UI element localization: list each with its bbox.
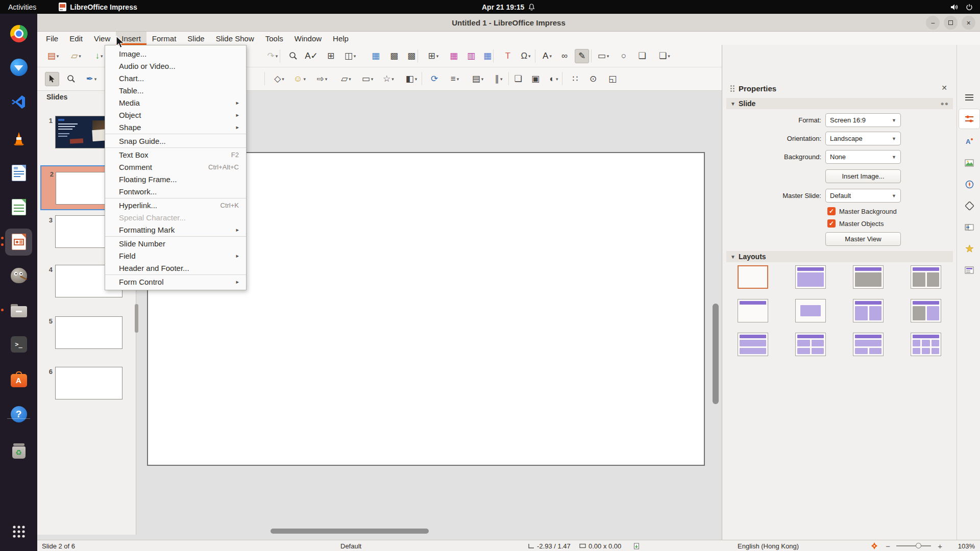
menu-item-comment[interactable]: CommentCtrl+Alt+C (105, 161, 246, 173)
sidebar-close-icon[interactable]: ✕ (941, 84, 947, 92)
zoom-in-button[interactable]: + (938, 540, 942, 551)
fill-color-icon[interactable]: ✒▾ (84, 72, 99, 86)
save-icon[interactable]: ↓▾ (92, 49, 106, 63)
properties-deck-header[interactable]: Properties (730, 84, 776, 93)
duplicate-slide-icon[interactable]: ▩ (404, 49, 419, 63)
dock-item-calc[interactable] (5, 194, 32, 221)
dock-item-chrome[interactable] (5, 20, 32, 47)
master-background-checkbox[interactable]: ✓Master Background (827, 207, 897, 215)
orientation-dropdown[interactable]: Landscape▼ (825, 132, 901, 145)
sidebar-tab-gallery[interactable] (959, 153, 979, 172)
menu-item-text-box[interactable]: Text BoxF2 (105, 148, 246, 161)
crop-icon[interactable]: ▣ (528, 72, 543, 86)
image-filter-icon[interactable]: ◐▾ (547, 72, 561, 86)
freeform-line-icon[interactable]: ✎ (575, 49, 589, 63)
insert-media-icon[interactable]: ▥ (464, 49, 478, 63)
dock-item-thunderbird[interactable] (5, 54, 32, 81)
menu-item-media[interactable]: Media▸ (105, 96, 246, 109)
ellipse-icon[interactable]: ○ (617, 49, 631, 63)
menu-item-table[interactable]: Table... (105, 84, 246, 96)
zoom-slider-track[interactable] (896, 545, 931, 546)
insert-image-button[interactable]: Insert Image... (825, 169, 901, 183)
callout-shapes-icon[interactable]: ▭▾ (360, 72, 375, 86)
topbar-system-tray[interactable] (950, 0, 973, 14)
layout-option-title-content-2[interactable] (853, 265, 884, 289)
menubar-item-file[interactable]: File (40, 32, 64, 45)
topbar-clock[interactable]: Apr 21 19:15 (482, 0, 535, 14)
menu-item-chart[interactable]: Chart... (105, 72, 246, 84)
extrusion-icon[interactable]: ◱ (605, 72, 620, 86)
shadow-toggle-icon[interactable]: ❏ (511, 72, 525, 86)
master-objects-checkbox[interactable]: ✓Master Objects (827, 219, 884, 228)
dock-item-gimp[interactable] (5, 262, 32, 289)
sidebar-tab-properties[interactable] (959, 109, 979, 129)
dock-item-terminal[interactable]: >_ (5, 331, 32, 358)
symbol-shapes-icon[interactable]: ☺▾ (292, 72, 307, 86)
rectangle-icon[interactable]: ▭▾ (596, 49, 610, 63)
menu-item-hyperlink[interactable]: Hyperlink...Ctrl+K (105, 199, 246, 211)
new-presentation-icon[interactable]: ▤▾ (46, 49, 60, 63)
start-slideshow-icon[interactable]: ▦ (369, 49, 383, 63)
menu-item-slide-number[interactable]: Slide Number (105, 237, 246, 249)
language-status[interactable]: English (Hong Kong) (707, 540, 829, 551)
dock-item-vlc[interactable] (5, 126, 32, 153)
basic-shapes-icon[interactable]: ◇▾ (272, 72, 286, 86)
sidebar-tab-styles[interactable]: A (959, 132, 979, 151)
menu-item-fontwork[interactable]: Fontwork... (105, 185, 246, 197)
zoom-out-button[interactable]: − (886, 540, 890, 551)
insert-image-icon[interactable]: ▦ (447, 49, 461, 63)
dock-item-trash[interactable]: ♻ (5, 438, 32, 465)
menubar-item-tools[interactable]: Tools (260, 32, 289, 45)
menu-item-header-and-footer[interactable]: Header and Footer... (105, 262, 246, 274)
zoom-slider[interactable] (896, 540, 931, 551)
menu-item-form-control[interactable]: Form Control▸ (105, 276, 246, 288)
section-more-icon[interactable]: ●● (941, 100, 949, 107)
menu-item-formatting-mark[interactable]: Formatting Mark▸ (105, 223, 246, 236)
sidebar-tab-slide-transition[interactable] (959, 217, 979, 237)
vertical-scrollbar[interactable] (713, 304, 719, 404)
layout-option-blank[interactable] (738, 265, 768, 289)
hyperlink-icon[interactable]: ∞ (557, 49, 572, 63)
format-dropdown[interactable]: Screen 16:9▼ (825, 113, 901, 127)
menubar-item-edit[interactable]: Edit (64, 32, 88, 45)
layouts-section-header[interactable]: ▼ Layouts (726, 251, 953, 262)
sidebar-tab-sidebar-menu[interactable] (959, 88, 979, 107)
spelling-icon[interactable]: A✓ (304, 49, 318, 63)
fontwork-icon[interactable]: A▾ (540, 49, 554, 63)
document-modified-status[interactable] (633, 540, 640, 551)
glue-points-icon[interactable]: ⊙ (586, 72, 600, 86)
zoom-pan-icon[interactable] (64, 72, 78, 86)
menubar-item-view[interactable]: View (88, 32, 116, 45)
layout-option-title-4content[interactable] (853, 333, 884, 356)
dock-item-writer[interactable] (5, 160, 32, 187)
slides-panel-scrollbar[interactable] (135, 304, 138, 333)
object-size-status[interactable]: 0.00 x 0.00 (579, 540, 621, 551)
select-icon[interactable] (45, 72, 59, 86)
edit-points-icon[interactable]: ∷ (568, 72, 582, 86)
3d-objects-icon[interactable]: ◧▾ (404, 72, 419, 86)
menu-item-field[interactable]: Field▸ (105, 249, 246, 262)
master-slide-dropdown[interactable]: Default▼ (825, 189, 901, 203)
layout-option-four-content[interactable] (795, 333, 826, 356)
slide-thumbnail[interactable] (55, 316, 122, 349)
dock-item-vscode[interactable] (5, 89, 32, 116)
dock-item-help[interactable]: ? (5, 401, 32, 428)
template-status[interactable]: Default (340, 540, 361, 551)
callout-icon[interactable]: ❏ (635, 49, 649, 63)
master-view-button[interactable]: Master View (825, 232, 901, 246)
distribute-icon[interactable]: ∥▾ (492, 72, 506, 86)
sidebar-tab-master-slides[interactable] (959, 260, 979, 280)
display-views-icon[interactable]: ◫▾ (343, 49, 357, 63)
display-grid-icon[interactable]: ⊞ (324, 49, 338, 63)
arrange-icon[interactable]: ▤▾ (471, 72, 485, 86)
fit-slide-button[interactable] (871, 540, 878, 551)
dock-item-ubuntu-software[interactable]: A (5, 366, 32, 393)
menubar-item-format[interactable]: Format (146, 32, 182, 45)
zoom-slider-handle[interactable] (916, 543, 921, 548)
special-character-icon[interactable]: Ω▾ (519, 49, 533, 63)
star-shapes-icon[interactable]: ☆▾ (381, 72, 396, 86)
menubar-item-window[interactable]: Window (289, 32, 327, 45)
slide-section-header[interactable]: ▼ Slide ●● (726, 98, 953, 109)
menubar-item-slide[interactable]: Slide (182, 32, 210, 45)
sidebar-tab-shapes[interactable] (959, 196, 979, 215)
